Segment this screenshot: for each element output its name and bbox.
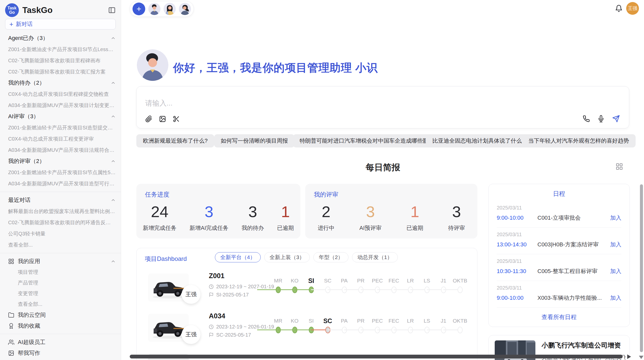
vertical-scrollbar-thumb[interactable]: [640, 184, 643, 352]
suggestion-chip[interactable]: 当下年轻人对汽车外观有怎样的喜好趋势: [522, 134, 636, 147]
milestone-label: LS: [419, 277, 435, 285]
tab-powertrain[interactable]: 动总开发（1）: [352, 252, 398, 262]
sidebar-item-creative-draw[interactable]: 创意制图: [8, 358, 116, 360]
section-agent-done[interactable]: Agent已办（3）: [8, 33, 116, 44]
image-icon[interactable]: [159, 115, 166, 123]
user-avatar[interactable]: 王强: [626, 2, 639, 15]
sidebar-item-change-mgmt[interactable]: 变更管理: [8, 288, 116, 299]
project-code[interactable]: A034: [209, 312, 225, 320]
suggestion-chip[interactable]: 如何写一份清晰的项目周报: [214, 134, 295, 147]
list-item[interactable]: 解释最新出台的欧盟报废车法规再生塑料比例被调至15%...: [8, 206, 116, 217]
view-all-schedule-link[interactable]: 查看所有日程: [489, 313, 630, 321]
sidebar: Task Go TaskGo + 新对话 Agent已办（3） Z001-全新燃…: [0, 0, 121, 360]
scroll-down-arrow[interactable]: [639, 356, 643, 359]
join-link[interactable]: 加入: [610, 214, 621, 222]
list-item[interactable]: 公司Q3轻卡销量: [8, 228, 116, 239]
milestone-label: J1: [435, 277, 452, 285]
list-item[interactable]: A034-全新新能源MUV产品开发项目计划变更表编写: [8, 100, 116, 111]
composer-tools-right: [583, 115, 620, 123]
list-item[interactable]: C02-飞腾新能源轻客改款项目立项汇报方案: [8, 66, 116, 77]
project-dates: 2023-12-19 ~ 2027-01-19: [209, 284, 274, 290]
tab-new-body[interactable]: 全新上装（3）: [264, 252, 310, 262]
sidebar-item-project-mgmt[interactable]: 项目管理: [8, 267, 116, 277]
scroll-right-arrow[interactable]: [627, 354, 631, 359]
mic-icon[interactable]: [597, 115, 605, 122]
suggestion-chip[interactable]: 欧洲新规最近颁布了什么?: [136, 134, 214, 147]
suggestion-chip[interactable]: 比亚迪全固态电池计划具体说了什么: [426, 134, 529, 147]
stat: 24 新增完成任务: [143, 204, 177, 232]
stat-label: 进行中: [318, 224, 334, 232]
milestone-label: KO: [286, 277, 303, 285]
card-title: 任务进度: [145, 190, 169, 199]
list-item[interactable]: Z001-全新燃油皮卡产品开发项目SI节点Lesson Learn报告: [8, 44, 116, 55]
sidebar-item-my-apps[interactable]: 我的应用: [8, 256, 116, 267]
list-item[interactable]: C02-飞腾新能源轻客改款项目里程碑画布: [8, 55, 116, 66]
tab-new-platform[interactable]: 全新平台（4）: [215, 252, 261, 262]
section-my-todo[interactable]: 我的待办（2）: [8, 77, 116, 88]
send-icon[interactable]: [612, 115, 620, 123]
milestone-label: OKTB: [452, 317, 468, 325]
join-link[interactable]: 加入: [610, 241, 621, 248]
notification-bell-icon[interactable]: [615, 5, 623, 12]
stat-value: 3: [452, 204, 461, 220]
scissors-icon[interactable]: [173, 115, 180, 123]
avatar[interactable]: [164, 3, 176, 15]
phone-icon[interactable]: [583, 115, 590, 122]
list-item[interactable]: C02-飞腾新能源轻客改款项目的闭环通告反馈情况: [8, 217, 116, 228]
event-title: X003-车辆动力学性能验...: [537, 294, 610, 302]
add-session-button[interactable]: +: [133, 3, 145, 15]
list-item[interactable]: A034-全新新能源MUV产品开发项目法规符合性评审: [8, 144, 116, 156]
section-ai-review[interactable]: AI评审（3）: [8, 111, 116, 122]
list-item[interactable]: C0X4-动力总成开发项目工程变更评审: [8, 133, 116, 144]
milestone-label: FEC: [386, 317, 402, 325]
view-all-apps[interactable]: 查看全部...: [8, 299, 116, 309]
sidebar-item-favorites[interactable]: 我的收藏: [8, 320, 116, 331]
greeting-text: 你好，王强，我是你的项目管理助理 小识: [173, 61, 378, 75]
avatar[interactable]: [179, 3, 191, 15]
stat-label: 已逾期: [277, 224, 294, 232]
chevron-up-icon[interactable]: [111, 259, 116, 264]
sidebar-collapse-icon[interactable]: [108, 6, 116, 14]
sidebar-list: Agent已办（3） Z001-全新燃油皮卡产品开发项目SI节点Lesson L…: [0, 29, 121, 360]
menu-label: 我的应用: [18, 258, 40, 265]
list-item[interactable]: A034-全新新能源MUV产品开发项目造型可行性评审: [8, 178, 116, 189]
milestone-label: PEC: [369, 277, 386, 285]
menu-label: AI超级员工: [18, 338, 46, 346]
my-review-card: 我的评审 2 进行中 3 AI预评审 1 已逾期 3 待评审: [305, 184, 477, 238]
plus-icon: +: [9, 21, 13, 27]
suggestion-chip[interactable]: 特朗普可能对进口汽车增税会对中国车企造成哪些影响: [293, 134, 441, 147]
list-item[interactable]: Z001-全新燃油轻卡产品开发项目SI造型提交物评审: [8, 122, 116, 133]
tab-model-year[interactable]: 年型（2）: [313, 252, 348, 262]
new-chat-button[interactable]: + 新对话: [5, 19, 116, 29]
project-code[interactable]: Z001: [209, 272, 225, 280]
owner-badge: 王强: [182, 325, 200, 344]
chevron-up-icon[interactable]: [111, 198, 116, 203]
horizontal-scrollbar-thumb[interactable]: [130, 355, 623, 358]
layout-grid-icon[interactable]: [616, 163, 623, 170]
sidebar-item-cloud-space[interactable]: 我的云空间: [8, 309, 116, 320]
chevron-up-icon[interactable]: [111, 159, 116, 164]
attachment-icon[interactable]: [145, 115, 152, 123]
join-link[interactable]: 加入: [610, 294, 621, 302]
milestone-timeline: MR KO SI SC PA PR PEC FEC LR LS J1 OKTB: [270, 317, 471, 336]
sidebar-item-product-mgmt[interactable]: 产品管理: [8, 277, 116, 288]
list-item[interactable]: C0X4-动力总成开发项目SI里程碑提交物检查: [8, 88, 116, 100]
list-item[interactable]: Z001-全新燃油轻卡产品开发项目SI节点属性5D文件评审: [8, 167, 116, 178]
chevron-up-icon[interactable]: [111, 36, 116, 41]
stat: 3 我的待办: [242, 204, 264, 232]
avatar[interactable]: [148, 3, 160, 15]
project-flag: SI-2025-05-17: [209, 292, 249, 298]
join-link[interactable]: 加入: [610, 267, 621, 275]
chevron-up-icon[interactable]: [111, 80, 116, 85]
chevron-up-icon[interactable]: [111, 114, 116, 119]
event-time: 9:00-10:00: [497, 295, 537, 301]
news-title: 小鹏飞行汽车制造公司增资: [541, 341, 621, 350]
message-input[interactable]: [145, 98, 374, 109]
milestone-label: LR: [402, 317, 419, 325]
section-my-review[interactable]: 我的评审（2）: [8, 156, 116, 167]
sidebar-item-ai-super-staff[interactable]: AI超级员工: [8, 337, 116, 348]
image-icon: [8, 350, 14, 356]
section-recent-chats[interactable]: 最近对话: [8, 194, 116, 206]
sidebar-item-help-write[interactable]: 帮我写作: [8, 348, 116, 358]
view-all-chats[interactable]: 查看全部...: [8, 239, 116, 250]
